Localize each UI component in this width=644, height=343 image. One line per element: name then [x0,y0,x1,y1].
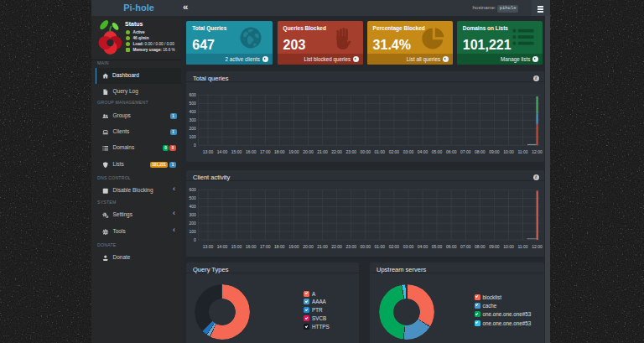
svg-text:06:00: 06:00 [446,149,457,154]
svg-text:21:00: 21:00 [317,149,328,154]
svg-text:12:00: 12:00 [532,244,543,249]
svg-text:200: 200 [190,126,197,131]
svg-text:06:00: 06:00 [446,244,457,249]
svg-text:13:00: 13:00 [203,244,214,249]
svg-text:07:00: 07:00 [460,244,471,249]
svg-text:14:00: 14:00 [217,149,228,154]
svg-text:23:00: 23:00 [345,244,356,249]
svg-text:05:00: 05:00 [432,149,443,154]
svg-text:11:00: 11:00 [517,149,527,154]
svg-text:02:00: 02:00 [389,149,400,154]
svg-text:100: 100 [190,229,197,234]
svg-text:0: 0 [194,143,196,148]
svg-text:10:00: 10:00 [503,149,514,154]
svg-text:17:00: 17:00 [260,149,271,154]
svg-text:19:00: 19:00 [288,244,299,249]
svg-text:18:00: 18:00 [274,244,285,249]
svg-text:600: 600 [190,92,197,97]
svg-text:17:00: 17:00 [260,244,271,249]
svg-text:16:00: 16:00 [246,149,257,154]
svg-text:04:00: 04:00 [418,149,428,154]
svg-text:04:00: 04:00 [418,244,428,249]
svg-text:300: 300 [190,212,197,217]
svg-text:03:00: 03:00 [403,149,414,154]
svg-text:22:00: 22:00 [331,149,342,154]
svg-text:07:00: 07:00 [460,149,471,154]
svg-text:13:00: 13:00 [203,149,214,154]
svg-text:00:00: 00:00 [361,244,371,249]
svg-text:23:00: 23:00 [345,149,356,154]
svg-text:02:00: 02:00 [389,244,400,249]
svg-text:01:00: 01:00 [375,244,386,249]
svg-text:10:00: 10:00 [503,244,514,249]
svg-text:400: 400 [190,204,197,209]
svg-text:500: 500 [190,101,197,106]
svg-text:0: 0 [194,237,196,242]
svg-text:09:00: 09:00 [489,149,500,154]
svg-text:01:00: 01:00 [375,149,386,154]
svg-text:08:00: 08:00 [475,149,486,154]
svg-text:19:00: 19:00 [288,149,299,154]
svg-text:600: 600 [190,187,197,192]
svg-text:200: 200 [190,221,197,226]
svg-text:12:00: 12:00 [532,149,543,154]
svg-text:00:00: 00:00 [361,149,371,154]
svg-text:08:00: 08:00 [475,244,486,249]
svg-text:20:00: 20:00 [303,244,314,249]
svg-text:22:00: 22:00 [331,244,342,249]
svg-text:18:00: 18:00 [274,149,285,154]
svg-text:20:00: 20:00 [303,149,314,154]
svg-text:300: 300 [190,117,197,122]
svg-text:15:00: 15:00 [231,244,242,249]
svg-text:11:00: 11:00 [517,244,527,249]
svg-text:09:00: 09:00 [489,244,500,249]
svg-text:15:00: 15:00 [231,149,242,154]
svg-text:500: 500 [190,195,197,200]
svg-text:05:00: 05:00 [432,244,443,249]
svg-text:400: 400 [190,109,197,114]
svg-text:16:00: 16:00 [246,244,257,249]
svg-text:03:00: 03:00 [403,244,414,249]
svg-text:100: 100 [190,134,197,139]
svg-text:14:00: 14:00 [217,244,228,249]
svg-text:21:00: 21:00 [317,244,328,249]
